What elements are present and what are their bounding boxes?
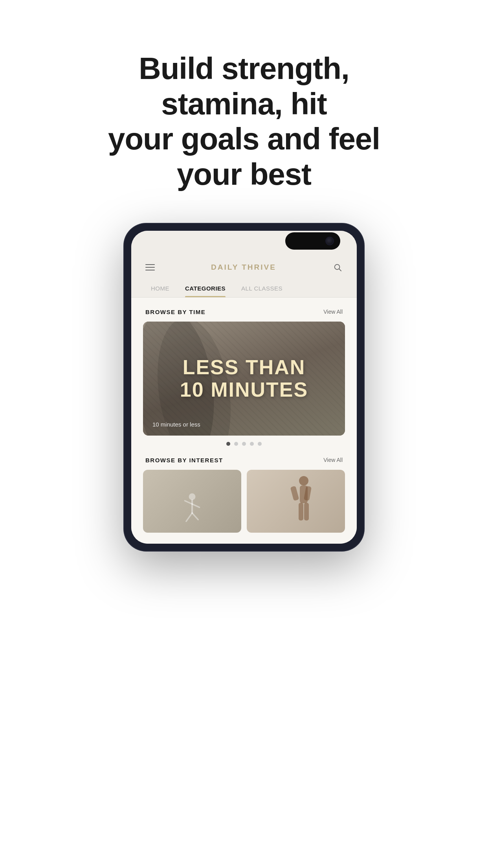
hero-headline: Build strength, stamina, hit your goals … xyxy=(99,51,389,192)
tab-all-classes[interactable]: ALL CLASSES xyxy=(233,279,290,297)
camera-cutout xyxy=(285,232,340,250)
tab-home[interactable]: HOME xyxy=(143,279,177,297)
hero-section: Build strength, stamina, hit your goals … xyxy=(67,51,421,192)
phone-frame: DAILY THRIVE HOME CATEGORIES ALL CLASSES xyxy=(124,224,364,551)
svg-point-2 xyxy=(189,493,196,500)
app-content: BROWSE BY TIME View All LESS THAN 10 MIN… xyxy=(131,298,357,544)
banner-headline-line2: 10 MINUTES xyxy=(180,379,308,401)
banner-text: LESS THAN 10 MINUTES xyxy=(180,356,308,401)
svg-line-1 xyxy=(339,269,341,271)
dot-4[interactable] xyxy=(250,442,254,446)
browse-interest-section: BROWSE BY INTEREST View All xyxy=(131,454,357,533)
browse-interest-title: BROWSE BY INTEREST xyxy=(145,457,223,463)
interest-cards-row xyxy=(131,470,357,533)
browse-time-banner[interactable]: LESS THAN 10 MINUTES 10 minutes or less xyxy=(143,322,345,436)
tab-categories[interactable]: CATEGORIES xyxy=(177,279,233,297)
banner-subtitle: 10 minutes or less xyxy=(152,421,200,428)
interest-card-yoga[interactable] xyxy=(143,470,241,533)
dot-3[interactable] xyxy=(242,442,246,446)
svg-line-5 xyxy=(192,504,200,507)
carousel-dots xyxy=(131,436,357,454)
dot-1[interactable] xyxy=(226,442,230,446)
browse-interest-header: BROWSE BY INTEREST View All xyxy=(131,457,357,470)
banner-headline-line1: LESS THAN xyxy=(180,356,308,379)
phone-screen: DAILY THRIVE HOME CATEGORIES ALL CLASSES xyxy=(131,231,357,544)
svg-rect-13 xyxy=(304,503,309,520)
phone-mockup: DAILY THRIVE HOME CATEGORIES ALL CLASSES xyxy=(124,224,364,551)
camera-lens xyxy=(325,237,334,245)
interest-card-fitness[interactable] xyxy=(247,470,345,533)
app-logo: DAILY THRIVE xyxy=(211,263,276,272)
browse-interest-view-all[interactable]: View All xyxy=(323,457,343,463)
browse-time-section-header: BROWSE BY TIME View All xyxy=(131,309,357,322)
svg-line-6 xyxy=(186,513,192,521)
hamburger-icon[interactable] xyxy=(145,264,155,270)
browse-time-view-all[interactable]: View All xyxy=(323,309,343,315)
search-icon[interactable] xyxy=(332,262,343,272)
svg-line-7 xyxy=(192,513,198,520)
svg-line-4 xyxy=(185,500,192,504)
dot-2[interactable] xyxy=(234,442,238,446)
svg-rect-10 xyxy=(290,486,299,501)
svg-rect-12 xyxy=(299,503,303,520)
browse-time-title: BROWSE BY TIME xyxy=(145,309,205,315)
dot-5[interactable] xyxy=(258,442,262,446)
nav-tabs: HOME CATEGORIES ALL CLASSES xyxy=(131,279,357,298)
svg-point-8 xyxy=(299,476,308,485)
